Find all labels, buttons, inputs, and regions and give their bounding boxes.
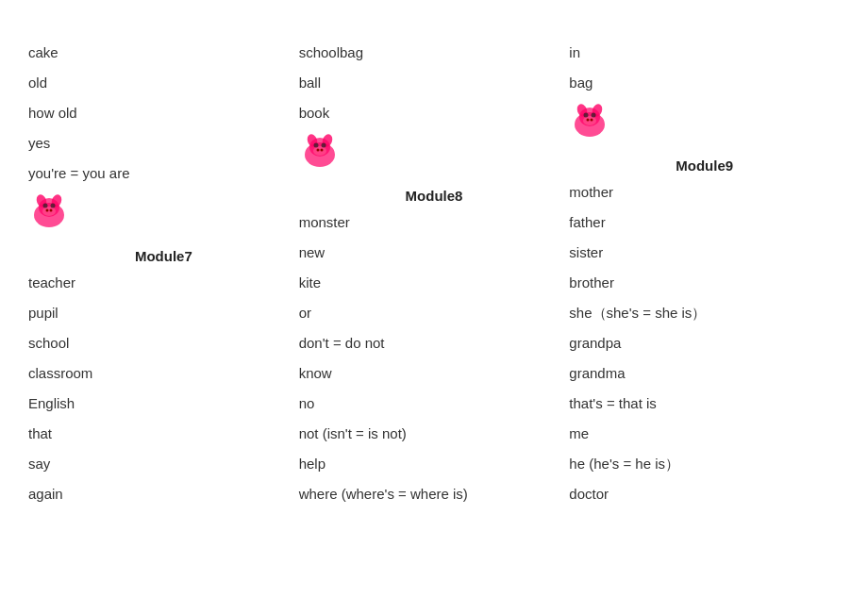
item-me: me xyxy=(569,419,840,449)
item-sister: sister xyxy=(569,238,840,268)
item-mother: mother xyxy=(569,177,840,207)
item-grandma: grandma xyxy=(569,358,840,389)
item-old: old xyxy=(28,68,299,98)
svg-point-16 xyxy=(313,143,318,148)
svg-point-26 xyxy=(592,113,596,118)
item-pupil: pupil xyxy=(28,298,299,328)
pig-icon-1 xyxy=(28,189,299,244)
item-book: book xyxy=(299,98,570,128)
item-in: in xyxy=(569,38,840,68)
pig-icon-2 xyxy=(299,128,570,184)
column-2: schoolbag ball book Module8 monster new … xyxy=(299,38,570,509)
svg-point-5 xyxy=(46,209,49,212)
item-or: or xyxy=(299,298,570,328)
item-cake: cake xyxy=(28,38,299,68)
svg-point-22 xyxy=(583,116,596,125)
item-yes: yes xyxy=(28,128,299,158)
svg-point-15 xyxy=(320,149,323,152)
svg-point-24 xyxy=(591,119,593,122)
svg-point-25 xyxy=(584,113,589,118)
item-bag: bag xyxy=(569,68,840,98)
item-he: he (he's = he is） xyxy=(569,449,840,479)
item-where: where (where's = where is) xyxy=(299,479,570,509)
item-kite: kite xyxy=(299,268,570,298)
item-again: again xyxy=(28,479,299,509)
item-dont: don't = do not xyxy=(299,328,570,358)
module7-title: Module7 xyxy=(28,244,299,268)
item-doctor: doctor xyxy=(569,479,840,509)
item-youre: you're = you are xyxy=(28,158,299,189)
item-she: she（she's = she is） xyxy=(569,298,840,328)
item-classroom: classroom xyxy=(28,358,299,389)
item-help: help xyxy=(299,449,570,479)
pig-icon-3 xyxy=(569,98,840,154)
item-father: father xyxy=(569,207,840,238)
item-school: school xyxy=(28,328,299,358)
svg-point-17 xyxy=(321,143,326,148)
item-brother: brother xyxy=(569,268,840,298)
item-how-old: how old xyxy=(28,98,299,128)
column-3: in bag Module9 mother father sister brot… xyxy=(569,38,840,509)
item-teacher: teacher xyxy=(28,268,299,298)
module8-title: Module8 xyxy=(299,184,570,207)
item-know: know xyxy=(299,358,570,389)
item-new: new xyxy=(299,238,570,268)
svg-point-8 xyxy=(51,204,56,208)
column-1: cake old how old yes you're = you are Mo… xyxy=(28,38,299,509)
module9-title: Module9 xyxy=(569,154,840,177)
svg-point-6 xyxy=(50,209,53,212)
item-monster: monster xyxy=(299,207,570,238)
svg-point-4 xyxy=(42,207,56,216)
item-ball: ball xyxy=(299,68,570,98)
svg-point-13 xyxy=(313,146,326,156)
item-say: say xyxy=(28,449,299,479)
svg-point-14 xyxy=(316,149,319,152)
item-english: English xyxy=(28,389,299,419)
item-schoolbag: schoolbag xyxy=(299,38,570,68)
item-grandpa: grandpa xyxy=(569,328,840,358)
item-thats: that's = that is xyxy=(569,389,840,419)
item-that: that xyxy=(28,419,299,449)
main-content: cake old how old yes you're = you are Mo… xyxy=(0,0,868,547)
svg-point-7 xyxy=(43,204,48,208)
svg-point-23 xyxy=(587,119,590,122)
item-not: not (isn't = is not) xyxy=(299,419,570,449)
item-no: no xyxy=(299,389,570,419)
